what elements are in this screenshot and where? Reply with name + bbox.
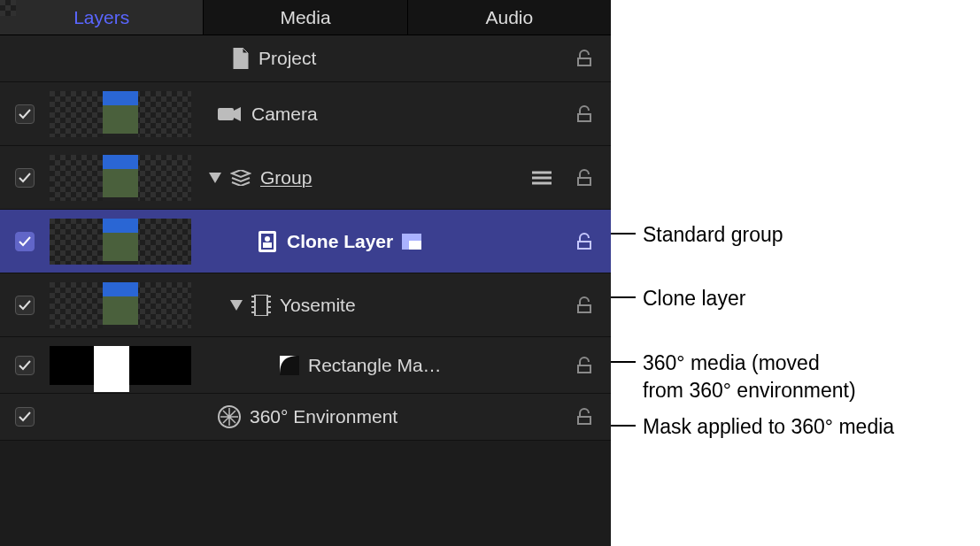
visibility-checkbox[interactable] bbox=[15, 407, 35, 427]
thumbnail bbox=[50, 155, 191, 201]
row-clone-layer[interactable]: Clone Layer bbox=[0, 210, 611, 273]
lock-icon[interactable] bbox=[558, 169, 611, 187]
thumbnail bbox=[50, 219, 191, 265]
visibility-checkbox[interactable] bbox=[15, 232, 35, 251]
svg-rect-7 bbox=[255, 295, 267, 316]
tab-media[interactable]: Media bbox=[204, 0, 407, 35]
anno-clone: Clone layer bbox=[643, 285, 745, 312]
yosemite-label: Yosemite bbox=[280, 295, 356, 316]
lock-icon[interactable] bbox=[558, 408, 611, 426]
tab-bar: Layers Media Audio bbox=[0, 0, 611, 35]
badge-icon bbox=[402, 234, 421, 250]
visibility-checkbox[interactable] bbox=[15, 104, 35, 124]
thumbnail bbox=[50, 346, 191, 385]
anno-mask: Mask applied to 360° media bbox=[643, 413, 894, 441]
lock-icon[interactable] bbox=[558, 50, 611, 67]
project-label: Project bbox=[259, 48, 316, 69]
project-icon bbox=[232, 48, 250, 69]
filmstrip-icon bbox=[251, 295, 271, 316]
clone-label: Clone Layer bbox=[287, 231, 393, 252]
row-360-environment[interactable]: 360° Environment bbox=[0, 394, 611, 441]
360-label: 360° Environment bbox=[250, 406, 397, 427]
filter-icon bbox=[526, 171, 558, 185]
disclosure-triangle-icon[interactable] bbox=[230, 300, 243, 311]
lock-icon[interactable] bbox=[558, 296, 611, 314]
row-group[interactable]: Group bbox=[0, 146, 611, 210]
360-icon bbox=[218, 405, 241, 428]
visibility-checkbox[interactable] bbox=[15, 296, 35, 315]
camera-label: Camera bbox=[251, 104, 318, 125]
row-yosemite[interactable]: Yosemite bbox=[0, 273, 611, 337]
svg-rect-4 bbox=[263, 242, 272, 248]
lock-icon[interactable] bbox=[558, 105, 611, 123]
svg-point-3 bbox=[265, 236, 270, 242]
thumbnail bbox=[50, 282, 191, 328]
tab-layers[interactable]: Layers bbox=[0, 0, 204, 35]
group-label[interactable]: Group bbox=[260, 167, 312, 188]
camera-icon bbox=[218, 106, 243, 122]
lock-icon[interactable] bbox=[558, 233, 611, 250]
svg-rect-0 bbox=[218, 108, 234, 120]
row-mask[interactable]: Rectangle Ma… bbox=[0, 337, 611, 394]
disclosure-triangle-icon[interactable] bbox=[209, 173, 221, 183]
visibility-checkbox[interactable] bbox=[15, 356, 35, 375]
mask-icon bbox=[280, 356, 299, 375]
svg-rect-6 bbox=[409, 241, 421, 250]
visibility-checkbox[interactable] bbox=[15, 168, 35, 188]
anno-media: 360° media (moved from 360° environment) bbox=[643, 350, 856, 404]
mask-label: Rectangle Ma… bbox=[308, 355, 442, 376]
layers-icon bbox=[230, 170, 251, 186]
tab-audio[interactable]: Audio bbox=[408, 0, 611, 35]
lock-icon[interactable] bbox=[558, 357, 611, 374]
layers-panel: Layers Media Audio Project Camera bbox=[0, 0, 611, 546]
clone-icon bbox=[257, 230, 278, 253]
anno-group: Standard group bbox=[643, 221, 783, 249]
row-camera[interactable]: Camera bbox=[0, 82, 611, 146]
thumbnail bbox=[50, 91, 191, 137]
row-project[interactable]: Project bbox=[0, 35, 611, 82]
